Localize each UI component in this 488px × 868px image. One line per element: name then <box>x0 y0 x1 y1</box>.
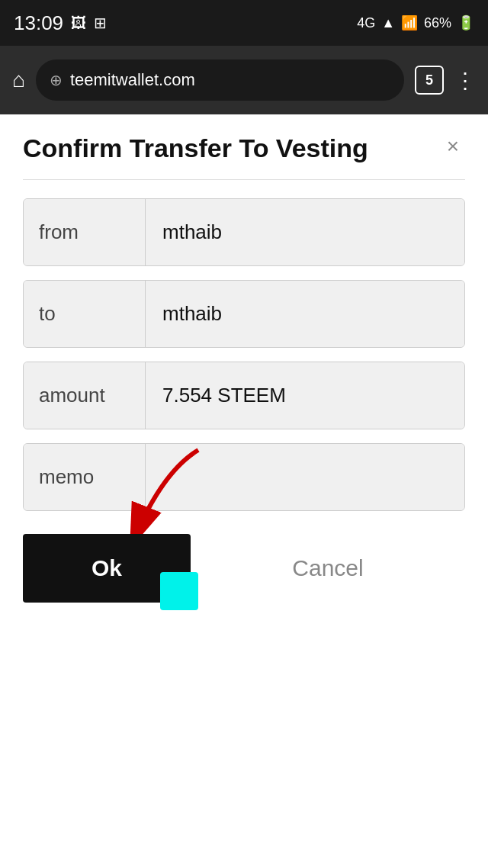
button-row: Ok Cancel <box>23 534 465 603</box>
memo-label: memo <box>24 444 146 510</box>
ok-button[interactable]: Ok <box>23 534 191 603</box>
to-label: to <box>24 281 146 347</box>
amount-value: 7.554 STEEM <box>146 362 464 429</box>
amount-label: amount <box>24 362 146 429</box>
image-icon: 🖼 <box>71 14 86 32</box>
status-time: 13:09 <box>14 11 63 35</box>
browser-bar: ⌂ ⊕ teemitwallet.com 5 ⋮ <box>0 46 488 114</box>
privacy-icon: ⊕ <box>50 71 63 89</box>
tab-count-badge[interactable]: 5 <box>415 66 444 95</box>
status-icons: 4G ▲ 📶 66% 🔋 <box>357 14 474 31</box>
tiktok-overlay <box>160 572 198 610</box>
signal-icon: ▲ <box>381 15 395 31</box>
media-icon: ⊞ <box>94 14 107 32</box>
from-label: from <box>24 199 146 265</box>
status-bar: 13:09 🖼 ⊞ 4G ▲ 📶 66% 🔋 <box>0 0 488 46</box>
page-content: Confirm Transfer To Vesting × from mthai… <box>0 114 488 868</box>
network-label: 4G <box>357 15 375 31</box>
home-button[interactable]: ⌂ <box>12 68 25 92</box>
to-field-row: to mthaib <box>23 280 465 348</box>
address-bar[interactable]: ⊕ teemitwallet.com <box>36 59 404 101</box>
dialog-header: Confirm Transfer To Vesting × <box>23 133 465 180</box>
dialog-title: Confirm Transfer To Vesting <box>23 133 368 164</box>
close-button[interactable]: × <box>441 133 465 160</box>
cancel-button[interactable]: Cancel <box>191 534 465 603</box>
memo-value[interactable] <box>146 444 464 510</box>
more-menu-button[interactable]: ⋮ <box>454 68 476 93</box>
amount-field-row: amount 7.554 STEEM <box>23 362 465 429</box>
from-field-row: from mthaib <box>23 198 465 266</box>
ok-label: Ok <box>92 555 122 580</box>
signal-icon-2: 📶 <box>401 14 418 31</box>
battery-icon: 🔋 <box>458 14 474 31</box>
memo-field-row: memo <box>23 443 465 511</box>
to-value: mthaib <box>146 281 464 347</box>
url-text: teemitwallet.com <box>70 70 390 90</box>
status-left: 13:09 🖼 ⊞ <box>14 11 107 35</box>
battery-label: 66% <box>424 15 451 31</box>
from-value: mthaib <box>146 199 464 265</box>
